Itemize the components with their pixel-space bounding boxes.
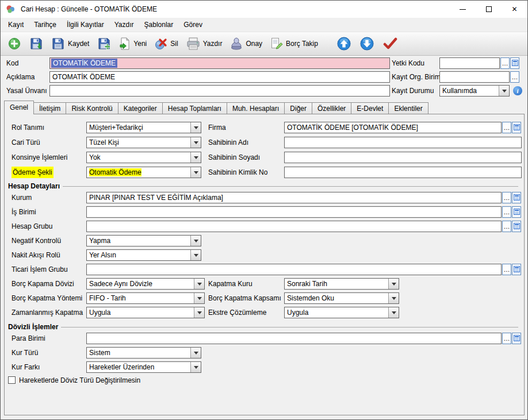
toolbar-add-button[interactable] [7, 37, 21, 51]
chevron-down-icon[interactable] [194, 293, 204, 303]
menu-ilgili-kayitlar[interactable]: İlgili Kayıtlar [62, 19, 109, 30]
chevron-down-icon[interactable] [194, 279, 204, 289]
aciklama-input[interactable] [49, 71, 390, 83]
toolbar-borc-takip-label: Borç Takip [286, 40, 318, 48]
yasal-unvani-input[interactable] [49, 85, 390, 97]
tab-muh-hesaplari[interactable]: Muh. Hesapları [227, 102, 285, 114]
ticari-islem-grubu-input[interactable] [86, 264, 502, 275]
chevron-down-icon[interactable] [388, 293, 399, 303]
tab-iletisim[interactable]: İletişim [34, 102, 66, 114]
title-bar: Cari Hesap : Güncelle - OTOMATİK ÖDEME [1, 1, 527, 18]
toolbar-save-refresh-button[interactable] [29, 37, 43, 51]
tab-hesap-toplamlari[interactable]: Hesap Toplamları [163, 102, 227, 114]
para-birimi-list-button[interactable] [512, 333, 521, 344]
is-birimi-input[interactable] [86, 206, 502, 218]
menu-kayit[interactable]: Kayıt [3, 19, 29, 30]
info-icon[interactable] [513, 86, 522, 95]
para-birimi-input[interactable] [86, 333, 502, 344]
tab-genel[interactable]: Genel [4, 101, 34, 114]
negatif-kontrolu-select[interactable]: Yapma [86, 235, 201, 246]
rol-tanimi-select[interactable]: Müşteri+Tedarikçi [86, 122, 201, 133]
kayit-org-birimi-browse-button[interactable] [510, 71, 519, 83]
toolbar-sil-button[interactable]: Sil [155, 37, 178, 50]
tab-e-devlet[interactable]: E-Devlet [351, 102, 389, 114]
close-button[interactable] [502, 1, 527, 18]
zamanlanmis-kapatma-select[interactable]: Uygula [86, 307, 205, 318]
menu-yazdir[interactable]: Yazdır [109, 19, 139, 30]
kurum-browse-button[interactable] [502, 192, 511, 203]
kayit-org-birimi-input[interactable] [439, 71, 510, 83]
chevron-down-icon[interactable] [499, 86, 509, 96]
ticari-islem-grubu-browse-button[interactable] [502, 264, 511, 275]
rol-tanimi-label: Rol Tanımı [12, 122, 44, 133]
hesap-grubu-browse-button[interactable] [502, 221, 511, 232]
tab-ozellikler[interactable]: Özellikler [312, 102, 351, 114]
kod-input[interactable]: OTOMATİK ÖDEME [49, 57, 390, 69]
borc-kapama-dovizi-select[interactable]: Sadece Aynı Dövizle [86, 278, 205, 290]
doviz-turu-checkbox[interactable] [8, 376, 16, 384]
kurum-list-button[interactable] [512, 192, 521, 203]
chevron-down-icon[interactable] [190, 152, 201, 163]
ticari-islem-grubu-list-button[interactable] [512, 264, 521, 275]
menu-tarihce[interactable]: Tarihçe [29, 19, 62, 30]
toolbar-save-new-button[interactable] [97, 37, 111, 51]
chevron-down-icon[interactable] [190, 167, 201, 178]
toolbar-kaydet-button[interactable]: Kaydet [51, 37, 89, 51]
kurum-input[interactable] [86, 192, 502, 203]
konsinye-islemleri-select[interactable]: Yok [86, 152, 201, 163]
chevron-down-icon[interactable] [388, 307, 399, 318]
kayit-durumu-select[interactable]: Kullanımda [439, 85, 510, 97]
yetki-kodu-list-button[interactable] [510, 57, 519, 69]
borc-kapatma-kapsami-select[interactable]: Sistemden Oku [284, 292, 399, 304]
hesap-grubu-list-button[interactable] [512, 221, 521, 232]
kapatma-kuru-select[interactable]: Sonraki Tarih [284, 278, 399, 290]
ekstre-cozumleme-select[interactable]: Uygula [284, 307, 399, 318]
firma-browse-button[interactable] [502, 122, 511, 133]
menu-gorev[interactable]: Görev [178, 19, 208, 30]
tab-risk-kontrolu[interactable]: Risk Kontrolü [66, 102, 118, 114]
kur-farki-value: Hareketler Üzerinden [87, 362, 190, 372]
minimize-button[interactable] [450, 1, 476, 18]
maximize-button[interactable] [476, 1, 502, 18]
tab-kategoriler[interactable]: Kategoriler [118, 102, 163, 114]
firma-list-button[interactable] [512, 122, 521, 133]
yetki-kodu-input[interactable] [439, 57, 500, 69]
odeme-sekli-select[interactable]: Otomatik Ödeme [86, 167, 201, 178]
toolbar-confirm-button[interactable] [382, 37, 397, 51]
kur-farki-select[interactable]: Hareketler Üzerinden [86, 361, 201, 373]
yetki-kodu-browse-button[interactable] [500, 57, 510, 69]
hesap-grubu-input[interactable] [86, 221, 502, 232]
chevron-down-icon[interactable] [190, 122, 201, 133]
kur-turu-select[interactable]: Sistem [86, 347, 201, 359]
sahibinin-kimlik-no-input[interactable] [284, 167, 522, 178]
chevron-down-icon[interactable] [190, 348, 201, 358]
borc-kapatma-yontemi-select[interactable]: FIFO - Tarih [86, 292, 205, 304]
toolbar-yeni-button[interactable]: Yeni [119, 37, 147, 50]
is-birimi-list-button[interactable] [512, 206, 521, 218]
sahibinin-adi-input[interactable] [284, 137, 522, 148]
chevron-down-icon[interactable] [194, 307, 204, 318]
kur-turu-label: Kur Türü [12, 347, 38, 359]
sahibinin-soyadi-input[interactable] [284, 152, 522, 163]
chevron-down-icon[interactable] [190, 137, 201, 148]
tab-diger[interactable]: Diğer [285, 102, 312, 114]
toolbar-onay-button[interactable]: Onay [230, 37, 262, 50]
chevron-down-icon[interactable] [190, 362, 201, 372]
toolbar-yazdir-button[interactable]: Yazdır [186, 37, 223, 50]
toolbar-prev-button[interactable] [336, 36, 351, 51]
firma-input[interactable] [284, 122, 502, 133]
toolbar-next-button[interactable] [359, 36, 374, 51]
kur-turu-value: Sistem [87, 348, 190, 358]
menu-sablonlar[interactable]: Şablonlar [139, 19, 179, 30]
tab-eklentiler[interactable]: Eklentiler [389, 102, 428, 114]
toolbar-borc-takip-button[interactable]: Borç Takip [270, 37, 318, 50]
chevron-down-icon[interactable] [388, 279, 399, 289]
nakit-akisi-rolu-select[interactable]: Yer Alsın [86, 249, 201, 261]
chevron-down-icon[interactable] [190, 250, 201, 260]
para-birimi-browse-button[interactable] [502, 333, 511, 344]
chevron-down-icon[interactable] [190, 236, 201, 246]
maximize-icon [486, 6, 492, 12]
new-document-icon [119, 37, 131, 50]
cari-turu-select[interactable]: Tüzel Kişi [86, 137, 201, 148]
is-birimi-browse-button[interactable] [502, 206, 511, 218]
